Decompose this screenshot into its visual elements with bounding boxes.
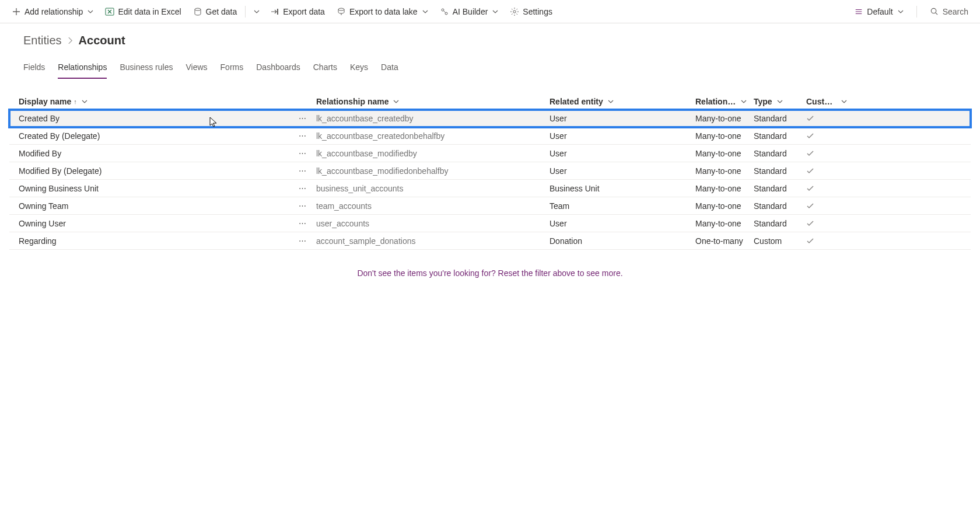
cell-custom-check xyxy=(806,184,847,193)
data-lake-icon xyxy=(337,7,346,16)
table-row[interactable]: Modified By (Delegate)⋯lk_accountbase_mo… xyxy=(9,162,971,180)
cell-relationship-type: Many-to-one xyxy=(695,201,754,211)
chevron-down-icon xyxy=(841,99,847,104)
ai-builder-button[interactable]: AI Builder xyxy=(435,2,503,21)
settings-button[interactable]: Settings xyxy=(505,2,557,21)
command-bar: Add relationship Edit data in Excel Get … xyxy=(0,0,980,23)
get-data-label: Get data xyxy=(206,7,237,16)
cell-type: Standard xyxy=(754,149,806,158)
filter-reset-message[interactable]: Don't see the items you're looking for? … xyxy=(9,268,971,278)
database-icon xyxy=(193,7,202,16)
table-header-row: Display name ↑ Relationship name Related… xyxy=(9,92,971,110)
table-row[interactable]: Owning User⋯user_accountsUserMany-to-one… xyxy=(9,215,971,232)
col-relationship[interactable]: Relationshi... xyxy=(695,97,754,106)
chevron-down-icon xyxy=(393,99,399,104)
col-type[interactable]: Type xyxy=(754,97,806,106)
cell-custom-check xyxy=(806,219,847,228)
display-name-text: Modified By (Delegate) xyxy=(19,166,102,176)
cell-display-name: Regarding⋯ xyxy=(19,236,316,246)
table-row[interactable]: Created By⋯lk_accountbase_createdbyUserM… xyxy=(9,110,971,127)
tab-views[interactable]: Views xyxy=(186,58,207,79)
entity-tabs: FieldsRelationshipsBusiness rulesViewsFo… xyxy=(0,58,980,79)
col-related-entity[interactable]: Related entity xyxy=(550,97,695,106)
cell-custom-check xyxy=(806,237,847,245)
cell-relationship-type: Many-to-one xyxy=(695,114,754,123)
display-name-text: Regarding xyxy=(19,236,57,246)
col-relationship-name-label: Relationship name xyxy=(316,97,388,106)
get-data-button[interactable]: Get data xyxy=(188,2,242,21)
cell-related-entity: User xyxy=(550,114,695,123)
edit-excel-label: Edit data in Excel xyxy=(118,7,181,16)
cell-display-name: Modified By (Delegate)⋯ xyxy=(19,166,316,176)
cell-display-name: Owning Business Unit⋯ xyxy=(19,184,316,193)
view-default-button[interactable]: Default xyxy=(849,2,908,21)
chevron-down-icon xyxy=(88,9,93,15)
row-more-icon[interactable]: ⋯ xyxy=(299,219,307,228)
table-row[interactable]: Created By (Delegate)⋯lk_accountbase_cre… xyxy=(9,127,971,145)
svg-point-6 xyxy=(513,10,516,12)
relationships-table: Display name ↑ Relationship name Related… xyxy=(0,79,980,278)
tab-keys[interactable]: Keys xyxy=(350,58,368,79)
add-relationship-button[interactable]: Add relationship xyxy=(7,2,98,21)
svg-point-7 xyxy=(931,8,936,13)
display-name-text: Owning Team xyxy=(19,201,68,211)
get-data-chevron[interactable] xyxy=(249,2,263,21)
tab-fields[interactable]: Fields xyxy=(23,58,45,79)
tab-business-rules[interactable]: Business rules xyxy=(120,58,173,79)
breadcrumb-entities[interactable]: Entities xyxy=(23,34,62,47)
table-row[interactable]: Owning Team⋯team_accountsTeamMany-to-one… xyxy=(9,197,971,215)
tab-charts[interactable]: Charts xyxy=(313,58,337,79)
row-more-icon[interactable]: ⋯ xyxy=(299,166,307,175)
excel-icon xyxy=(105,7,114,16)
col-type-label: Type xyxy=(754,97,772,106)
table-row[interactable]: Regarding⋯account_sample_donationsDonati… xyxy=(9,232,971,250)
row-more-icon[interactable]: ⋯ xyxy=(299,201,307,210)
tab-dashboards[interactable]: Dashboards xyxy=(256,58,300,79)
export-data-button[interactable]: Export data xyxy=(265,2,330,21)
svg-point-3 xyxy=(338,8,344,11)
chevron-down-icon xyxy=(608,99,614,104)
cell-custom-check xyxy=(806,114,847,123)
cell-type: Standard xyxy=(754,131,806,141)
cell-custom-check xyxy=(806,149,847,158)
row-more-icon[interactable]: ⋯ xyxy=(299,236,307,245)
cell-relationship-name: lk_accountbase_modifiedonbehalfby xyxy=(316,166,550,176)
edit-data-excel-button[interactable]: Edit data in Excel xyxy=(100,2,186,21)
chevron-down-icon xyxy=(82,99,88,104)
command-bar-left: Add relationship Edit data in Excel Get … xyxy=(7,2,849,21)
cell-relationship-type: One-to-many xyxy=(695,236,754,246)
table-row[interactable]: Modified By⋯lk_accountbase_modifiedbyUse… xyxy=(9,145,971,162)
cell-related-entity: User xyxy=(550,166,695,176)
cell-relationship-name: business_unit_accounts xyxy=(316,184,550,193)
gear-icon xyxy=(510,7,519,16)
cell-relationship-type: Many-to-one xyxy=(695,131,754,141)
col-relationship-name[interactable]: Relationship name xyxy=(316,97,550,106)
export-icon xyxy=(270,7,279,16)
cell-relationship-type: Many-to-one xyxy=(695,166,754,176)
export-data-lake-button[interactable]: Export to data lake xyxy=(332,2,433,21)
cell-type: Standard xyxy=(754,201,806,211)
search-input[interactable]: Search xyxy=(925,5,973,19)
tab-data[interactable]: Data xyxy=(381,58,398,79)
row-more-icon[interactable]: ⋯ xyxy=(299,184,307,193)
tab-forms[interactable]: Forms xyxy=(220,58,244,79)
tab-relationships[interactable]: Relationships xyxy=(58,58,107,79)
cell-related-entity: Donation xyxy=(550,236,695,246)
cell-custom-check xyxy=(806,167,847,175)
cell-relationship-type: Many-to-one xyxy=(695,219,754,228)
row-more-icon[interactable]: ⋯ xyxy=(299,149,307,158)
cell-type: Standard xyxy=(754,184,806,193)
cell-display-name: Created By (Delegate)⋯ xyxy=(19,131,316,141)
row-more-icon[interactable]: ⋯ xyxy=(299,131,307,140)
search-icon xyxy=(930,7,939,16)
cell-related-entity: Team xyxy=(550,201,695,211)
svg-rect-2 xyxy=(277,9,278,15)
separator xyxy=(245,6,246,18)
col-display-name-label: Display name xyxy=(19,97,71,106)
col-display-name[interactable]: Display name ↑ xyxy=(19,97,316,106)
search-placeholder: Search xyxy=(943,7,968,16)
cell-custom-check xyxy=(806,202,847,210)
col-custom[interactable]: Custom... xyxy=(806,97,847,106)
table-row[interactable]: Owning Business Unit⋯business_unit_accou… xyxy=(9,180,971,197)
row-more-icon[interactable]: ⋯ xyxy=(299,114,307,123)
